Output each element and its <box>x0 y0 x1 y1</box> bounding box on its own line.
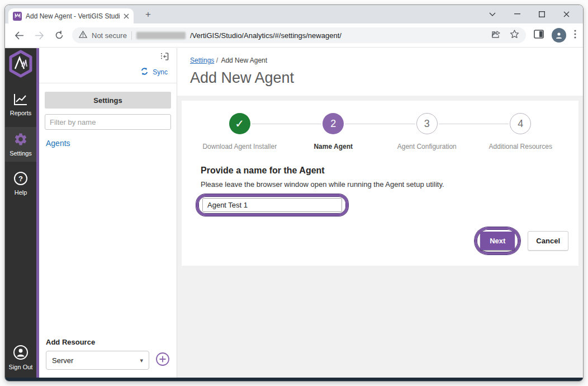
divider <box>39 83 177 83</box>
add-resource-plus-button[interactable] <box>155 352 170 369</box>
app-area: Reports Settings ? Help Sign Out <box>5 48 583 378</box>
divider <box>131 31 132 40</box>
sidebar-item-label: Reports <box>10 110 32 116</box>
step-label: Name Agent <box>314 143 353 150</box>
breadcrumb-current: Add New Agent <box>221 57 267 64</box>
add-resource-label: Add Resource <box>46 338 177 346</box>
tab-title: Add New Agent - VertiGIS Studio <box>26 12 120 20</box>
maximize-button[interactable] <box>529 6 554 22</box>
wizard-stepper: ✓ Download Agent Installer 2 Name Agent … <box>193 113 567 150</box>
sidebar-item-settings[interactable]: Settings <box>5 127 36 162</box>
close-button[interactable] <box>554 6 578 22</box>
card-wrapper: ✓ Download Agent Installer 2 Name Agent … <box>177 96 583 266</box>
browser-tab[interactable]: Add New Agent - VertiGIS Studio <box>8 8 134 23</box>
profile-avatar[interactable] <box>552 28 566 43</box>
add-resource-row: Server ▾ <box>46 351 170 370</box>
cancel-button[interactable]: Cancel <box>528 231 568 251</box>
resource-type-select[interactable]: Server ▾ <box>46 351 149 370</box>
browser-toolbar: Not secure /VertiGIS/Studio/Analytics/#/… <box>5 23 583 48</box>
wizard-card: ✓ Download Agent Installer 2 Name Agent … <box>182 101 578 266</box>
step-label: Download Agent Installer <box>202 143 277 150</box>
agents-link[interactable]: Agents <box>46 139 70 148</box>
step-name-agent: 2 Name Agent <box>287 113 381 150</box>
address-bar[interactable]: Not secure /VertiGIS/Studio/Analytics/#/… <box>72 27 526 43</box>
app-nav-rail: Reports Settings ? Help Sign Out <box>5 48 39 378</box>
help-question-icon: ? <box>13 171 28 187</box>
url-path: /VertiGIS/Studio/Analytics/#/settings/ne… <box>190 31 486 40</box>
menu-kebab-icon[interactable] <box>574 30 576 41</box>
window-bottom-edge <box>5 378 583 381</box>
sync-icon <box>140 67 149 77</box>
step-number: 3 <box>416 113 438 134</box>
svg-text:?: ? <box>18 175 23 183</box>
vertigis-analytics-logo <box>7 50 34 80</box>
bookmark-star-icon[interactable] <box>510 30 519 41</box>
gear-icon <box>13 132 28 148</box>
step-additional-resources: 4 Additional Resources <box>474 113 568 150</box>
chevron-down-icon: ▾ <box>140 357 143 364</box>
new-tab-button[interactable]: + <box>141 8 155 21</box>
settings-section-button[interactable]: Settings <box>45 92 171 109</box>
tab-strip: Add New Agent - VertiGIS Studio + <box>5 5 583 23</box>
security-label: Not secure <box>92 31 127 40</box>
step-complete-check-icon: ✓ <box>229 113 250 134</box>
redacted-host <box>136 32 186 39</box>
not-secure-warning-icon <box>79 30 87 40</box>
sidebar-item-label: Sign Out <box>9 364 33 370</box>
sidebar-item-help[interactable]: ? Help <box>5 166 36 201</box>
step-download-agent-installer: ✓ Download Agent Installer <box>193 113 287 150</box>
annotation-highlight-next: Next <box>475 227 520 255</box>
main-header: Settings / Add New Agent Add New Agent <box>177 48 583 96</box>
tab-search-chevron-icon[interactable] <box>480 6 505 22</box>
form-note: Please leave the browser window open whi… <box>201 180 567 189</box>
reload-icon[interactable] <box>52 28 67 43</box>
minimize-button[interactable] <box>505 6 529 22</box>
window-controls <box>480 6 578 22</box>
tab-close-icon[interactable] <box>124 13 129 19</box>
vertigis-favicon-icon <box>13 12 22 21</box>
settings-side-panel: Sync Settings Agents Add Resource Server… <box>39 48 177 378</box>
next-button[interactable]: Next <box>480 232 515 250</box>
sync-label: Sync <box>153 68 168 76</box>
share-icon[interactable] <box>491 30 501 41</box>
sign-out-person-icon <box>13 345 29 361</box>
panel-spacer <box>39 148 177 338</box>
step-label: Additional Resources <box>489 143 552 150</box>
annotation-highlight-input <box>196 194 348 216</box>
sidebar-item-reports[interactable]: Reports <box>5 88 36 121</box>
breadcrumb-settings-link[interactable]: Settings <box>190 57 214 64</box>
step-agent-configuration: 3 Agent Configuration <box>380 113 474 150</box>
step-number: 2 <box>323 113 344 134</box>
name-agent-form: Provide a name for the Agent Please leav… <box>201 166 567 216</box>
sync-link[interactable]: Sync <box>140 67 168 77</box>
wizard-actions: Next Cancel <box>475 227 568 255</box>
breadcrumb: Settings / Add New Agent <box>190 57 572 64</box>
sidebar-item-label: Settings <box>10 150 32 157</box>
browser-window: Add New Agent - VertiGIS Studio + <box>4 4 584 382</box>
forward-icon[interactable] <box>32 28 46 43</box>
toolbar-icons <box>532 28 576 43</box>
sidebar-item-label: Help <box>15 189 27 196</box>
step-number: 4 <box>510 113 531 134</box>
reports-chart-icon <box>13 93 28 107</box>
collapse-panel-icon[interactable] <box>160 53 169 63</box>
page-title: Add New Agent <box>190 69 572 87</box>
filter-input[interactable] <box>45 114 171 130</box>
resource-type-value: Server <box>52 356 73 365</box>
agent-name-input[interactable] <box>202 198 342 212</box>
side-panel-icon[interactable] <box>534 30 544 41</box>
breadcrumb-separator: / <box>216 57 218 64</box>
back-icon[interactable] <box>12 28 26 43</box>
sidebar-item-sign-out[interactable]: Sign Out <box>5 340 36 375</box>
step-label: Agent Configuration <box>397 143 457 150</box>
address-bar-icons <box>491 30 519 41</box>
main-content: Settings / Add New Agent Add New Agent ✓… <box>177 48 583 378</box>
form-heading: Provide a name for the Agent <box>201 166 567 176</box>
